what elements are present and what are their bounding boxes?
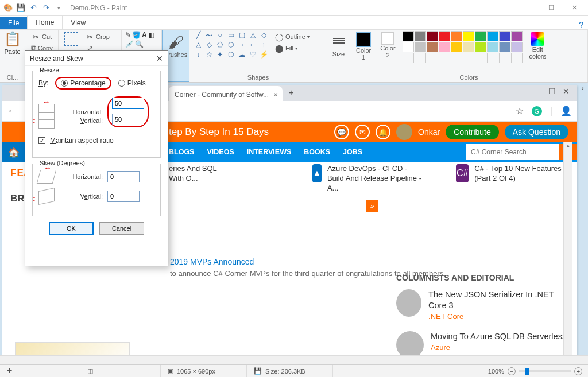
back-icon[interactable]: ← <box>7 105 17 117</box>
browser-scrollbar[interactable]: ▴ <box>563 142 572 356</box>
user-avatar[interactable] <box>396 124 412 140</box>
azure-icon: ▲ <box>312 164 322 182</box>
next-arrow-icon[interactable]: » <box>366 200 378 212</box>
columnist-title-2[interactable]: Moving To Azure SQL DB Serverless <box>431 331 566 342</box>
scroll-right-icon[interactable]: › <box>578 83 588 93</box>
redo-icon[interactable]: ↷ <box>40 2 52 14</box>
file-size: Size: 206.3KB <box>265 368 305 375</box>
grammarly-icon[interactable]: G <box>532 106 542 116</box>
skew-vertical-input[interactable] <box>107 191 140 202</box>
cut-button[interactable]: ✂Cut <box>29 31 55 42</box>
text-icon[interactable]: A <box>142 31 147 39</box>
chat-icon[interactable]: 💬 <box>334 125 349 139</box>
nav-books[interactable]: BOOKS <box>304 148 330 156</box>
ok-button[interactable]: OK <box>49 222 94 235</box>
fill-icon[interactable]: 🪣 <box>132 31 141 39</box>
file-tab[interactable]: File <box>0 17 27 29</box>
bell-icon[interactable]: 🔔 <box>376 125 390 139</box>
picker-icon[interactable]: 💉 <box>125 40 134 48</box>
browser-close[interactable]: ✕ <box>563 87 570 96</box>
skew-h-icon <box>37 170 56 184</box>
dialog-title: Resize and Skew <box>30 55 83 63</box>
profile-icon[interactable]: 👤 <box>560 106 572 116</box>
percentage-radio[interactable]: Percentage <box>55 77 111 90</box>
minimize-button[interactable]: — <box>517 1 540 15</box>
save-icon[interactable]: 💾 <box>15 2 26 14</box>
resize-vertical-input[interactable] <box>112 114 144 125</box>
columnist-cat-1[interactable]: .NET Core <box>428 312 568 321</box>
nav-interviews[interactable]: INTERVIEWS <box>247 148 292 156</box>
zoom-slider[interactable] <box>519 370 571 372</box>
resize-legend: Resize <box>37 67 61 73</box>
zoom-out-button[interactable]: − <box>508 367 516 375</box>
home-tab[interactable]: Home <box>27 15 63 29</box>
columnist-avatar <box>396 289 421 317</box>
columnist-cat-2[interactable]: Azure <box>431 343 566 352</box>
zoom-in-button[interactable]: + <box>574 367 582 375</box>
article-title[interactable]: 2019 MVPs Announced <box>170 257 254 266</box>
columnist-title-1[interactable]: The New JSON Serializer In .NET Core 3 <box>428 289 568 311</box>
star-icon[interactable]: ☆ <box>516 106 524 116</box>
color2-swatch <box>381 32 394 45</box>
color2-button[interactable]: Color 2 <box>378 31 397 60</box>
close-button[interactable]: ✕ <box>563 1 586 15</box>
maintain-aspect-checkbox[interactable]: ✓ <box>38 137 45 144</box>
maintain-aspect-label: Maintain aspect ratio <box>50 137 114 145</box>
cursor-pos-icon: ✚ <box>7 367 12 375</box>
size-button[interactable]: Size <box>331 31 346 59</box>
fillshape-icon: ⬤ <box>274 44 284 53</box>
crop-icon: ✂ <box>85 32 94 41</box>
nav-videos[interactable]: VIDEOS <box>207 148 234 156</box>
undo-icon[interactable]: ↶ <box>28 2 39 14</box>
browser-maximize[interactable]: ☐ <box>548 87 556 96</box>
username: Onkar <box>418 127 440 137</box>
skew-horizontal-input[interactable] <box>107 171 140 182</box>
card-1-title[interactable]: eries And SQL With O... <box>169 164 217 193</box>
resize-horizontal-input[interactable] <box>112 98 144 109</box>
eraser-icon[interactable]: ◧ <box>148 31 154 39</box>
magnifier-icon[interactable]: 🔍 <box>135 40 144 48</box>
nav-blogs[interactable]: BLOGS <box>169 148 194 156</box>
disk-icon: 💾 <box>254 367 262 375</box>
paste-button[interactable]: 📋 Paste <box>3 31 21 55</box>
qat-dropdown-icon[interactable]: ▾ <box>53 2 64 14</box>
scissors-icon: ✂ <box>31 32 40 41</box>
dialog-close-icon[interactable]: ✕ <box>156 54 163 63</box>
card-3-title[interactable]: C# - Top 10 New Features (Part 2 Of 4) <box>474 164 565 193</box>
brushes-button[interactable]: 🖌 Brushes <box>166 32 185 59</box>
new-tab-button[interactable]: + <box>288 88 293 98</box>
browser-minimize[interactable]: — <box>533 87 541 96</box>
color1-swatch <box>356 32 371 47</box>
maximize-button[interactable]: ☐ <box>540 1 563 15</box>
help-icon[interactable]: ? <box>579 20 583 29</box>
contribute-button[interactable]: Contribute <box>446 125 499 139</box>
site-search-input[interactable] <box>466 144 559 160</box>
hero-headline: tep By Step In 15 Days <box>169 126 269 138</box>
vertical-label: Vertical: <box>63 117 103 124</box>
crop-button[interactable]: ✂Crop <box>83 31 112 42</box>
clipboard-icon: 📋 <box>4 31 21 48</box>
outline-button[interactable]: ◯Outline▾ <box>272 31 312 42</box>
edit-colors-button[interactable]: Edit colors <box>527 31 548 61</box>
nav-jobs[interactable]: JOBS <box>343 148 362 156</box>
pixels-radio[interactable]: Pixels <box>118 79 146 87</box>
color-palette[interactable] <box>403 31 523 63</box>
mail-icon[interactable]: ✉ <box>355 125 370 139</box>
cancel-button[interactable]: Cancel <box>99 222 144 235</box>
ask-question-button[interactable]: Ask Question <box>505 125 568 139</box>
window-title: Demo.PNG - Paint <box>70 4 127 12</box>
fill-dropdown[interactable]: ⬤Fill▾ <box>272 42 312 54</box>
shapes-gallery[interactable]: ╱〜○▭▢△◇ △◇⬠⬡→←↑ ↓☆✦⬡☁♡⚡ <box>193 31 269 60</box>
skew-v-icon <box>38 188 55 205</box>
resize-v-icon <box>38 112 55 129</box>
card-2-title[interactable]: Azure DevOps - CI CD - Build And Release… <box>327 164 421 193</box>
select-icon <box>64 32 78 46</box>
horizontal-scrollbar[interactable] <box>0 355 588 364</box>
skew-vertical-label: Vertical: <box>63 193 103 200</box>
browser-tab[interactable]: Corner - Community of Softw... × <box>169 86 283 101</box>
home-icon[interactable]: 🏠 <box>2 142 25 162</box>
tab-close-icon[interactable]: × <box>273 90 278 99</box>
color1-button[interactable]: Color 1 <box>354 31 373 62</box>
view-tab[interactable]: View <box>63 17 94 29</box>
pencil-icon[interactable]: ✎ <box>125 31 131 39</box>
